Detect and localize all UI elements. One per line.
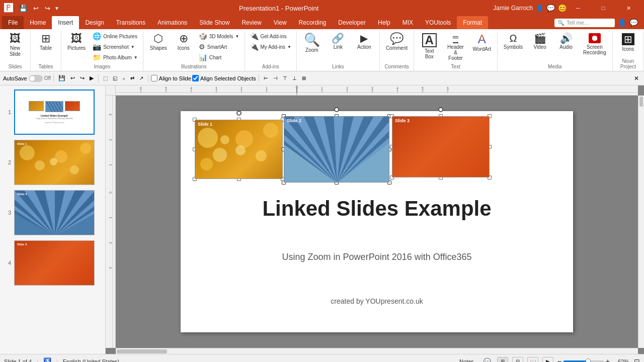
close-btn[interactable]: ✕ bbox=[617, 0, 640, 16]
btn-get-addins[interactable]: 🔌 Get Add-ins bbox=[248, 31, 293, 41]
slide-thumb-1[interactable]: 1 bbox=[3, 88, 102, 136]
btn-chart[interactable]: 📊 Chart bbox=[197, 52, 242, 62]
align-to-slide-check[interactable]: Align to Slide bbox=[151, 75, 191, 81]
tb-misc-2[interactable]: ◱ bbox=[111, 74, 119, 82]
btn-text-box[interactable]: A TextBox bbox=[417, 31, 441, 61]
tb-misc-5[interactable]: ↗ bbox=[137, 74, 145, 82]
maximize-btn[interactable]: □ bbox=[592, 0, 615, 16]
slide-main-title[interactable]: Linked Slides Example bbox=[181, 197, 573, 221]
btn-audio[interactable]: 🔊 Audio bbox=[554, 31, 578, 52]
redo-btn[interactable]: ↪ bbox=[78, 74, 87, 82]
zoom-in-btn[interactable]: + bbox=[606, 357, 610, 363]
btn-icons[interactable]: ⊕ Icons bbox=[172, 31, 196, 53]
align-slide-checkbox[interactable] bbox=[151, 75, 157, 81]
smiley-icon[interactable]: 😊 bbox=[558, 4, 567, 12]
btn-screen-recording[interactable]: ⏺ ScreenRecording bbox=[580, 31, 609, 57]
zoom-percent[interactable]: 62% bbox=[614, 358, 629, 363]
tb-align-1[interactable]: ⊢ bbox=[262, 74, 270, 82]
share-icon[interactable]: 👤 bbox=[618, 19, 626, 27]
tab-insert[interactable]: Insert bbox=[52, 16, 79, 29]
btn-symbols[interactable]: Ω Symbols bbox=[501, 31, 526, 52]
align-selected-check[interactable]: Align Selected Objects bbox=[192, 75, 256, 81]
slide-thumb-4[interactable]: 4 Slide 3 bbox=[3, 239, 102, 287]
qat-dropdown[interactable]: ▼ bbox=[54, 6, 59, 11]
tb-align-5[interactable]: ⊞ bbox=[300, 74, 308, 82]
feedback-icon[interactable]: 💬 bbox=[546, 4, 555, 12]
tab-home[interactable]: Home bbox=[24, 16, 52, 29]
save-btn[interactable]: 💾 bbox=[56, 74, 67, 82]
view-presentation-btn[interactable]: ▶ bbox=[542, 357, 553, 363]
view-reading-btn[interactable]: 📖 bbox=[527, 357, 538, 363]
tb-align-2[interactable]: ⊣ bbox=[271, 74, 280, 82]
slide-thumb-2[interactable]: 2 Slide 1 bbox=[3, 139, 102, 186]
zoom-box-3[interactable]: Slide 3 bbox=[392, 116, 490, 177]
presentation-view-btn[interactable]: ▶ bbox=[88, 74, 96, 82]
qat-redo[interactable]: ↪ bbox=[43, 4, 52, 13]
scrollbar-v[interactable] bbox=[638, 96, 644, 348]
btn-shapes[interactable]: ⬡ Shapes bbox=[146, 31, 171, 53]
language-display[interactable]: English (United States) bbox=[63, 358, 120, 363]
tab-file[interactable]: File bbox=[2, 16, 24, 29]
canvas-area[interactable]: Slide 1 bbox=[116, 96, 638, 348]
tab-developer[interactable]: Developer bbox=[332, 16, 372, 29]
tab-help[interactable]: Help bbox=[372, 16, 396, 29]
btn-noun-icons[interactable]: ⊞ Icons bbox=[616, 31, 640, 54]
comments-icon[interactable]: 💬 bbox=[629, 19, 638, 27]
btn-smartart[interactable]: ⚙ SmartArt bbox=[197, 42, 242, 52]
tab-design[interactable]: Design bbox=[79, 16, 110, 29]
align-selected-checkbox[interactable] bbox=[192, 75, 199, 81]
undo-btn[interactable]: ↩ bbox=[68, 74, 77, 82]
btn-photo-album[interactable]: 📁 Photo Album ▼ bbox=[91, 52, 140, 62]
rotate-handle-2[interactable] bbox=[334, 107, 339, 112]
tb-misc-3[interactable]: ⬦ bbox=[120, 74, 127, 82]
zoom-box-1[interactable]: Slide 1 bbox=[195, 120, 283, 179]
qat-save[interactable]: 💾 bbox=[17, 4, 29, 13]
btn-link[interactable]: 🔗 Link bbox=[326, 31, 350, 52]
tab-recording[interactable]: Recording bbox=[293, 16, 333, 29]
autosave-switch[interactable] bbox=[29, 75, 43, 82]
btn-my-addins[interactable]: 🔌 My Add-ins ▼ bbox=[248, 42, 293, 52]
btn-comment[interactable]: 💬 Comment bbox=[383, 31, 411, 53]
zoom-box-2[interactable]: Slide 2 bbox=[284, 116, 389, 183]
tab-transitions[interactable]: Transitions bbox=[110, 16, 151, 29]
btn-3d-models[interactable]: 🎲 3D Models ▼ bbox=[197, 31, 242, 41]
autosave-toggle[interactable]: AutoSave Off bbox=[3, 75, 51, 82]
minimize-btn[interactable]: ─ bbox=[567, 0, 590, 16]
btn-new-slide[interactable]: 🖼 NewSlide bbox=[3, 31, 27, 59]
btn-online-pictures[interactable]: 🌐 Online Pictures bbox=[91, 31, 140, 41]
tab-review[interactable]: Review bbox=[235, 16, 267, 29]
slide-subtitle[interactable]: Using Zoom in PowerPoint 2016 with Offic… bbox=[181, 252, 573, 262]
tab-youtools[interactable]: YOUtools bbox=[419, 16, 457, 29]
account-icon[interactable]: 👤 bbox=[536, 5, 543, 12]
btn-table[interactable]: ⊞ Table bbox=[34, 31, 58, 53]
view-normal-btn[interactable]: ⊞ bbox=[497, 357, 508, 363]
zoom-slider[interactable] bbox=[564, 360, 604, 363]
view-slide-sorter-btn[interactable]: ⊟ bbox=[512, 357, 523, 363]
btn-wordart[interactable]: A WordArt bbox=[470, 31, 494, 54]
search-box[interactable]: 🔍 Tell me... bbox=[554, 19, 615, 27]
tab-format[interactable]: Format bbox=[457, 16, 488, 29]
tb-align-3[interactable]: ⊤ bbox=[281, 74, 289, 82]
tb-close-toolbar[interactable]: ✕ bbox=[632, 74, 641, 83]
tab-view[interactable]: View bbox=[268, 16, 293, 29]
notes-btn[interactable]: Notes bbox=[456, 357, 477, 363]
tb-align-4[interactable]: ⊥ bbox=[290, 74, 299, 82]
accessibility-icon[interactable]: ♿ bbox=[43, 357, 51, 362]
rotate-handle-1[interactable] bbox=[236, 111, 242, 116]
tb-misc-1[interactable]: ⬚ bbox=[101, 74, 110, 82]
qat-undo[interactable]: ↩ bbox=[31, 4, 41, 13]
btn-screenshot[interactable]: 📷 Screenshot ▼ bbox=[91, 42, 140, 52]
tb-misc-4[interactable]: ⇄ bbox=[128, 74, 136, 82]
scrollbar-h[interactable] bbox=[116, 348, 638, 354]
slide-credit[interactable]: created by YOUpresent.co.uk bbox=[181, 297, 573, 305]
tab-slideshow[interactable]: Slide Show bbox=[193, 16, 235, 29]
comments-view-btn[interactable]: 💬 bbox=[481, 357, 493, 363]
btn-video[interactable]: 🎬 Video bbox=[528, 31, 552, 52]
fit-slide-btn[interactable]: ⊡ bbox=[634, 357, 640, 363]
btn-action[interactable]: ▶ Action bbox=[352, 31, 376, 52]
btn-pictures[interactable]: 🖼 Pictures bbox=[64, 31, 89, 53]
zoom-out-btn[interactable]: − bbox=[557, 357, 561, 363]
tab-mix[interactable]: MIX bbox=[396, 16, 419, 29]
btn-zoom[interactable]: 🔍 Zoom bbox=[300, 31, 324, 55]
slide-thumb-3[interactable]: 3 Slide 4 bbox=[3, 189, 102, 236]
